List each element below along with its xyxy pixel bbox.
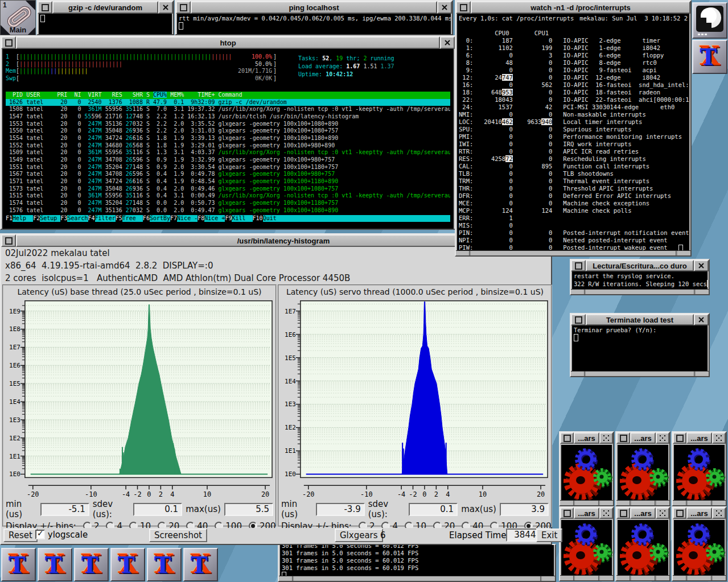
- sdev-field[interactable]: 0.1: [133, 503, 182, 516]
- process-row[interactable]: 1508 tatel 20 0 361M 55956 35116 S 7.0 3…: [6, 106, 450, 113]
- glxgears-titlebar[interactable]: ...ars: [560, 432, 613, 444]
- resize-handle[interactable]: [616, 575, 669, 580]
- process-row[interactable]: 1571 tatel 20 0 247M 34724 26616 S 0.4 1…: [6, 178, 450, 185]
- close-button[interactable]: [440, 36, 455, 49]
- xterm-taskbar-icon[interactable]: X T: [74, 548, 109, 581]
- iconify-icon: [575, 262, 582, 270]
- maximize-button[interactable]: [712, 432, 726, 444]
- process-row[interactable]: 1550 tatel 20 0 247M 35048 26936 S 2.2 2…: [6, 127, 450, 135]
- process-row[interactable]: 1553 tatel 20 0 247M 35136 27032 S 2.2 2…: [6, 121, 450, 128]
- process-row[interactable]: 1574 tatel 20 0 247M 35204 27148 S 0.0 2…: [6, 200, 450, 207]
- close-button[interactable]: [437, 1, 452, 14]
- process-row[interactable]: 1554 tatel 20 0 247M 34724 26616 S 1.8 1…: [6, 135, 450, 142]
- close-button[interactable]: [158, 1, 173, 14]
- min-field[interactable]: -3.9: [316, 503, 365, 516]
- main-menu-button[interactable]: 1 Main: [0, 0, 36, 35]
- svg-text:-20: -20: [27, 490, 39, 498]
- svg-text:1E2: 1E2: [285, 424, 296, 431]
- gzip-terminal-body: [39, 14, 172, 34]
- interrupt-row: PIN: 0 0 Posted-interrupt notification e…: [459, 229, 688, 237]
- close-button[interactable]: [694, 314, 709, 325]
- terminate-titlebar[interactable]: Terminate load test: [571, 314, 709, 325]
- exit-button[interactable]: Exit: [536, 529, 562, 542]
- process-row[interactable]: 1567 tatel 20 0 247M 34708 26596 S 0.4 1…: [6, 171, 450, 178]
- xterm-taskbar-icon[interactable]: X T: [1, 548, 36, 581]
- xterm-taskbar-icon[interactable]: X T: [183, 548, 218, 581]
- process-row[interactable]: 1573 tatel 20 0 247M 35048 26936 S 0.4 2…: [6, 185, 450, 193]
- resize-handle[interactable]: [673, 575, 726, 580]
- maximize-icon: [603, 435, 604, 436]
- process-row[interactable]: 1509 tatel 20 0 361M 55956 35116 S 1.3 3…: [6, 149, 450, 156]
- iconify-button[interactable]: [1, 36, 16, 49]
- resize-handle[interactable]: [616, 500, 669, 505]
- resize-handle[interactable]: [456, 250, 690, 255]
- process-row[interactable]: 1552 tatel 20 0 247M 34680 26568 S 1.8 1…: [6, 142, 450, 150]
- iconify-button[interactable]: [560, 507, 574, 519]
- glxgears-titlebar[interactable]: ...ars: [673, 507, 726, 519]
- xterm-taskbar-icon[interactable]: X T: [110, 548, 145, 581]
- watch-titlebar[interactable]: watch -n1 -d /proc/interrupts: [456, 1, 690, 14]
- htop-titlebar[interactable]: htop: [1, 36, 455, 49]
- resize-handle[interactable]: [673, 500, 726, 505]
- process-row[interactable]: 1547 tatel 20 0 55596 21716 12748 S 2.2 …: [6, 113, 450, 121]
- process-table-header[interactable]: PID USER PRI NI VIRT RES SHR S CPU% MEM%…: [6, 92, 450, 99]
- max-label: max(us): [461, 504, 496, 514]
- iconify-icon: [564, 510, 571, 517]
- ylogscale-checkbox[interactable]: ✓: [35, 530, 45, 539]
- process-row[interactable]: 1626 tatel 20 0 2540 1376 1088 R 47.9 0.…: [6, 99, 450, 106]
- process-row[interactable]: 1576 tatel 20 0 247M 35136 27032 S 0.0 2…: [6, 207, 450, 214]
- reset-button[interactable]: Reset: [3, 529, 38, 542]
- iconify-button[interactable]: [560, 432, 574, 444]
- glxgears-titlebar[interactable]: ...ars: [673, 432, 726, 444]
- screenshot-button[interactable]: Screenshot: [149, 529, 207, 542]
- iconify-button[interactable]: [673, 432, 686, 444]
- resize-handle[interactable]: [571, 371, 709, 376]
- svg-text:0: 0: [147, 490, 151, 498]
- gzip-titlebar[interactable]: gzip -c /dev/urandom: [38, 1, 173, 14]
- sdev-field[interactable]: 0.1: [409, 503, 458, 516]
- maximize-button[interactable]: [656, 432, 669, 444]
- process-row[interactable]: 1551 tatel 20 0 247M 35204 27148 S 0.9 2…: [6, 164, 450, 171]
- process-row[interactable]: 1549 tatel 20 0 247M 34708 26596 S 0.9 1…: [6, 156, 450, 164]
- ping-titlebar[interactable]: ping localhost: [176, 1, 452, 14]
- iconify-button[interactable]: [571, 260, 586, 271]
- iconify-button[interactable]: [1, 234, 16, 247]
- glxgears-button[interactable]: Glxgears: [335, 529, 383, 542]
- resize-handle[interactable]: [560, 500, 613, 505]
- maximize-icon: [660, 435, 661, 436]
- lectura-titlebar[interactable]: Lectura/Escritura...co duro: [571, 260, 709, 271]
- function-key-bar[interactable]: F1Help F2Setup F3SearchF4FilterF5Tree F6…: [6, 215, 450, 222]
- process-row[interactable]: 1515 tatel 20 0 361M 55956 35116 S 0.4 3…: [6, 192, 450, 200]
- maximize-button[interactable]: [599, 507, 613, 519]
- interrupt-row: 0: 187 0 IO-APIC 2-edge timer: [459, 37, 688, 44]
- resize-handle[interactable]: [571, 289, 709, 294]
- maximize-button[interactable]: [656, 507, 669, 519]
- glxgears-titlebar[interactable]: ...ars: [616, 432, 669, 444]
- interrupt-row: TRM: 0 0 Thermal event interrupts: [459, 178, 688, 185]
- xterm-icon-button[interactable]: X T: [692, 40, 727, 74]
- max-field[interactable]: 3.9: [500, 503, 549, 516]
- max-field[interactable]: 5.5: [224, 503, 273, 516]
- maximize-button[interactable]: [599, 432, 613, 444]
- iconify-button[interactable]: [616, 432, 630, 444]
- iconify-button[interactable]: [616, 507, 630, 519]
- iconify-button[interactable]: [571, 314, 586, 325]
- iconify-button[interactable]: [456, 1, 471, 14]
- window-title: ...ars: [574, 507, 599, 519]
- iconify-button[interactable]: [38, 1, 52, 14]
- min-field[interactable]: -5.1: [40, 503, 89, 516]
- process-table: 1626 tatel 20 0 2540 1376 1088 R 47.9 0.…: [6, 99, 450, 214]
- resize-handle[interactable]: [560, 575, 613, 580]
- xterm-taskbar-icon[interactable]: X T: [38, 548, 72, 581]
- xterm-taskbar-icon[interactable]: X T: [147, 548, 182, 581]
- glxgears-titlebar[interactable]: ...ars: [616, 507, 669, 519]
- close-button[interactable]: [694, 260, 709, 271]
- resize-handle[interactable]: [279, 576, 555, 581]
- glxgears-titlebar[interactable]: ...ars: [560, 507, 613, 519]
- svg-text:1E3: 1E3: [285, 401, 296, 408]
- maximize-button[interactable]: [712, 507, 726, 519]
- clock-pie-icon-button[interactable]: [692, 2, 727, 39]
- iconify-button[interactable]: [673, 507, 686, 519]
- iconify-button[interactable]: [176, 1, 191, 14]
- interrupt-row: 8: 48 0 IO-APIC 8-edge rtc0: [459, 59, 688, 67]
